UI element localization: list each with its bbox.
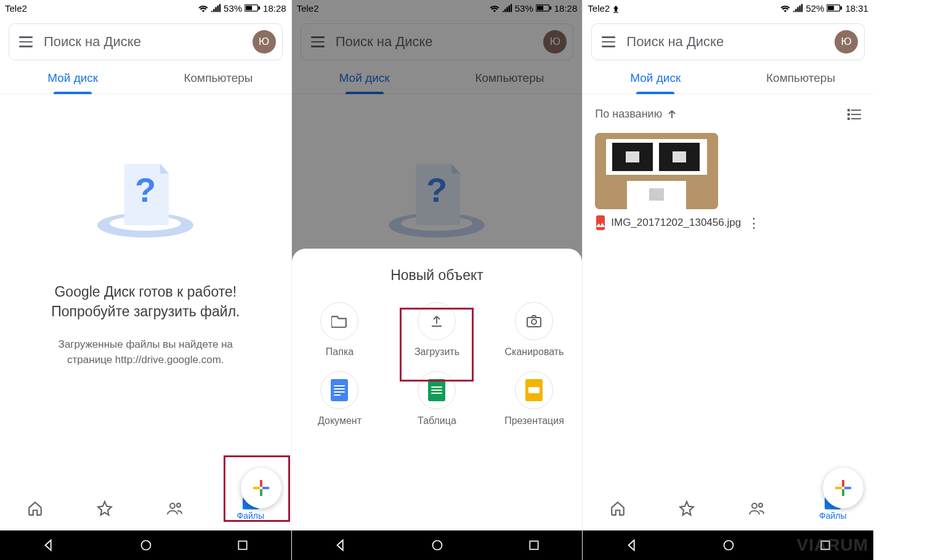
search-bar[interactable]: Поиск на Диске Ю bbox=[591, 23, 865, 60]
search-placeholder[interactable]: Поиск на Диске bbox=[44, 34, 241, 50]
back-icon[interactable] bbox=[334, 538, 347, 552]
svg-rect-24 bbox=[613, 12, 618, 13]
status-bar: Tele2 52% 18:31 bbox=[583, 0, 873, 16]
more-icon[interactable]: ⋮ bbox=[747, 220, 761, 226]
new-upload[interactable]: Загрузить bbox=[388, 302, 485, 358]
svg-rect-27 bbox=[841, 6, 843, 9]
empty-state: ? Google Диск готов к работе!Попробуйте … bbox=[0, 94, 291, 486]
svg-rect-42 bbox=[842, 480, 844, 487]
svg-point-22 bbox=[433, 541, 442, 550]
nav-home[interactable] bbox=[27, 500, 43, 516]
image-type-icon bbox=[596, 215, 605, 230]
svg-rect-45 bbox=[844, 487, 851, 489]
svg-point-48 bbox=[724, 541, 734, 550]
menu-icon[interactable] bbox=[602, 36, 615, 47]
home-icon[interactable] bbox=[431, 539, 443, 551]
file-name: IMG_20171202_130456.jpg bbox=[611, 216, 741, 229]
time-label: 18:28 bbox=[263, 3, 286, 14]
svg-rect-9 bbox=[262, 487, 269, 489]
arrow-up-icon[interactable] bbox=[667, 110, 677, 119]
battery-pct: 53% bbox=[224, 3, 242, 14]
carrier-label: Tele2 bbox=[5, 3, 27, 14]
nav-shared[interactable] bbox=[748, 500, 766, 516]
svg-rect-33 bbox=[851, 118, 861, 119]
svg-rect-28 bbox=[847, 109, 850, 111]
svg-rect-38 bbox=[626, 151, 639, 162]
tab-computers[interactable]: Компьютеры bbox=[145, 71, 291, 94]
watermark: VIARUM bbox=[797, 535, 868, 555]
battery-icon bbox=[245, 4, 261, 12]
empty-title: Google Диск готов к работе!Попробуйте за… bbox=[51, 282, 240, 321]
search-bar[interactable]: Поиск на Диске Ю bbox=[9, 23, 283, 60]
svg-point-47 bbox=[759, 503, 762, 507]
svg-rect-13 bbox=[239, 541, 247, 549]
nav-starred[interactable] bbox=[679, 500, 695, 516]
android-nav-bar bbox=[292, 530, 583, 560]
svg-rect-44 bbox=[835, 487, 842, 489]
home-icon[interactable] bbox=[140, 539, 152, 551]
upload-icon bbox=[429, 314, 444, 329]
docs-icon bbox=[331, 379, 348, 401]
svg-rect-26 bbox=[828, 6, 834, 10]
sheet-title: Новый объект bbox=[390, 267, 483, 284]
empty-illustration: ? bbox=[90, 153, 201, 245]
new-folder[interactable]: Папка bbox=[291, 302, 389, 358]
svg-rect-8 bbox=[253, 487, 260, 489]
svg-rect-23 bbox=[530, 541, 538, 549]
svg-point-12 bbox=[142, 541, 151, 550]
svg-text:?: ? bbox=[135, 170, 156, 209]
sort-button[interactable]: По названию bbox=[595, 108, 662, 121]
tab-my-drive[interactable]: Мой диск bbox=[0, 71, 145, 94]
signal-icon bbox=[211, 4, 221, 12]
avatar[interactable]: Ю bbox=[253, 30, 276, 54]
fab-new[interactable] bbox=[823, 468, 863, 508]
svg-point-21 bbox=[532, 319, 536, 324]
file-thumbnail[interactable] bbox=[595, 133, 718, 209]
svg-rect-39 bbox=[673, 151, 686, 162]
back-icon[interactable] bbox=[625, 538, 639, 552]
camera-icon bbox=[526, 314, 542, 328]
new-scan[interactable]: Сканировать bbox=[485, 302, 582, 358]
sheets-icon bbox=[428, 379, 445, 401]
svg-rect-6 bbox=[260, 480, 262, 487]
plus-icon bbox=[252, 479, 270, 497]
upload-indicator-icon bbox=[612, 6, 620, 13]
android-nav-bar bbox=[0, 530, 291, 560]
new-sheet[interactable]: Таблица bbox=[388, 371, 485, 426]
tab-my-drive[interactable]: Мой диск bbox=[583, 71, 728, 94]
recents-icon[interactable] bbox=[236, 539, 249, 551]
home-icon[interactable] bbox=[722, 539, 735, 551]
new-object-sheet: Новый объект Папка Загрузить Сканировать… bbox=[292, 249, 583, 560]
file-card[interactable]: IMG_20171202_130456.jpg ⋮ bbox=[595, 133, 718, 230]
new-doc[interactable]: Документ bbox=[291, 371, 389, 426]
nav-home[interactable] bbox=[610, 500, 626, 516]
svg-rect-32 bbox=[847, 118, 850, 120]
new-slides[interactable]: Презентация bbox=[485, 371, 582, 426]
nav-shared[interactable] bbox=[166, 500, 184, 516]
fab-new[interactable] bbox=[241, 468, 281, 508]
svg-point-46 bbox=[752, 503, 757, 508]
list-view-icon[interactable] bbox=[847, 109, 861, 120]
tab-computers[interactable]: Компьютеры bbox=[728, 71, 873, 94]
empty-subtitle: Загруженные файлы вы найдете настранице … bbox=[59, 337, 233, 367]
sort-toolbar: По названию bbox=[583, 94, 873, 124]
nav-starred[interactable] bbox=[97, 500, 113, 516]
slides-icon bbox=[525, 379, 543, 401]
plus-icon bbox=[834, 479, 852, 497]
svg-rect-43 bbox=[842, 489, 844, 496]
svg-rect-7 bbox=[260, 489, 262, 496]
svg-rect-29 bbox=[851, 110, 861, 111]
recents-icon[interactable] bbox=[528, 539, 540, 551]
svg-rect-1 bbox=[246, 6, 252, 10]
status-bar: Tele2 53% 18:28 bbox=[0, 0, 291, 16]
tabs: Мой диск Компьютеры bbox=[0, 71, 291, 94]
svg-point-11 bbox=[177, 503, 180, 507]
svg-rect-31 bbox=[851, 114, 861, 115]
svg-point-10 bbox=[170, 503, 175, 508]
back-icon[interactable] bbox=[42, 538, 55, 552]
folder-outline-icon bbox=[331, 314, 347, 328]
svg-rect-2 bbox=[259, 6, 261, 9]
files-grid: IMG_20171202_130456.jpg ⋮ bbox=[583, 124, 873, 239]
menu-icon[interactable] bbox=[19, 36, 33, 47]
svg-rect-41 bbox=[649, 188, 664, 201]
